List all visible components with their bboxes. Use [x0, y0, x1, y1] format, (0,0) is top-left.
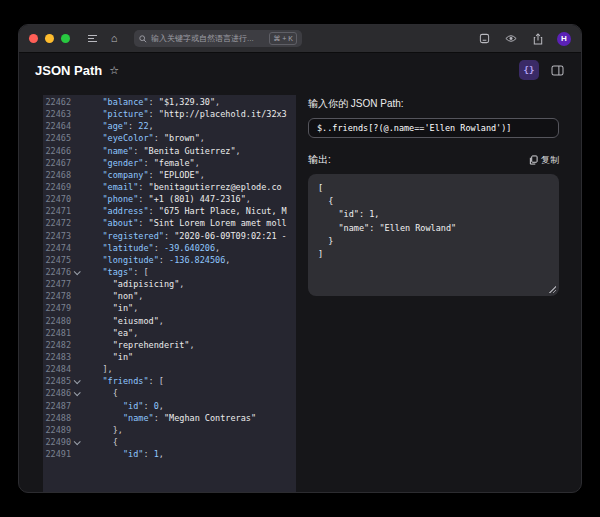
eye-icon[interactable]: [503, 31, 519, 47]
code-text: "tags": [: [82, 266, 296, 278]
code-text: "address": "675 Hart Place, Nicut, M: [82, 205, 296, 217]
editor-line[interactable]: 22480 "eiusmod",: [43, 315, 296, 327]
caret-spacer: [71, 230, 82, 242]
code-text: "eyeColor": "brown",: [82, 132, 296, 144]
code-text: "adipisicing",: [82, 278, 296, 290]
code-text: "balance": "$1,329.30",: [82, 96, 296, 108]
editor-line[interactable]: 22489 },: [43, 424, 296, 436]
copy-button[interactable]: 复制: [529, 154, 559, 167]
copy-button-label: 复制: [541, 154, 559, 167]
caret-spacer: [71, 363, 82, 375]
editor-line[interactable]: 22462 "balance": "$1,329.30",: [43, 96, 296, 108]
app-header: JSON Path ☆ {}: [19, 53, 581, 87]
zoom-button[interactable]: [61, 34, 70, 43]
line-number: 22469: [43, 181, 71, 193]
devtools-icon[interactable]: [476, 31, 492, 47]
window-controls: [29, 34, 70, 43]
line-number: 22474: [43, 242, 71, 254]
collapse-caret-icon[interactable]: [71, 266, 82, 278]
editor-line[interactable]: 22477 "adipisicing",: [43, 278, 296, 290]
collapse-caret-icon[interactable]: [71, 436, 82, 448]
minimize-button[interactable]: [45, 34, 54, 43]
editor-line[interactable]: 22479 "in",: [43, 302, 296, 314]
output-box[interactable]: [ { "id": 1, "name": "Ellen Rowland" } ]: [308, 174, 559, 296]
search-placeholder: 输入关键字或自然语言进行...: [151, 33, 265, 44]
browser-toolbar: ⌂ 输入关键字或自然语言进行... ⌘ + K H: [19, 25, 581, 53]
editor-line[interactable]: 22484 ],: [43, 363, 296, 375]
editor-line[interactable]: 22465 "eyeColor": "brown",: [43, 132, 296, 144]
line-number: 22483: [43, 351, 71, 363]
code-text: "gender": "female",: [82, 157, 296, 169]
line-number: 22487: [43, 400, 71, 412]
caret-spacer: [71, 169, 82, 181]
output-header: 输出: 复制: [308, 153, 559, 167]
editor-line[interactable]: 22463 "picture": "http://placehold.it/32…: [43, 108, 296, 120]
code-text: "name": "Meghan Contreras": [82, 412, 296, 424]
sidebar-toggle-icon[interactable]: [84, 31, 100, 47]
editor-line[interactable]: 22467 "gender": "female",: [43, 157, 296, 169]
editor-line[interactable]: 22478 "non",: [43, 290, 296, 302]
caret-spacer: [71, 302, 82, 314]
line-number: 22471: [43, 205, 71, 217]
avatar[interactable]: H: [557, 32, 571, 46]
collapse-caret-icon[interactable]: [71, 387, 82, 399]
line-number: 22478: [43, 290, 71, 302]
line-number: 22468: [43, 169, 71, 181]
jsonpath-input[interactable]: [308, 118, 559, 138]
editor-line[interactable]: 22471 "address": "675 Hart Place, Nicut,…: [43, 205, 296, 217]
editor-line[interactable]: 22483 "in": [43, 351, 296, 363]
caret-spacer: [71, 217, 82, 229]
line-number: 22466: [43, 145, 71, 157]
editor-line[interactable]: 22491 "id": 1,: [43, 448, 296, 460]
editor-line[interactable]: 22487 "id": 0,: [43, 400, 296, 412]
code-text: "longitude": -136.824506,: [82, 254, 296, 266]
line-number: 22476: [43, 266, 71, 278]
editor-line[interactable]: 22486 {: [43, 387, 296, 399]
caret-spacer: [71, 327, 82, 339]
json-editor[interactable]: 22462 "balance": "$1,329.30",22463 "pict…: [43, 95, 296, 492]
editor-line[interactable]: 22488 "name": "Meghan Contreras": [43, 412, 296, 424]
editor-line[interactable]: 22468 "company": "EPLODE",: [43, 169, 296, 181]
line-number: 22482: [43, 339, 71, 351]
main-content: 22462 "balance": "$1,329.30",22463 "pict…: [19, 87, 581, 492]
code-text: "id": 1,: [82, 448, 296, 460]
split-view-icon[interactable]: [549, 62, 565, 78]
line-number: 22475: [43, 254, 71, 266]
caret-spacer: [71, 242, 82, 254]
line-number: 22484: [43, 363, 71, 375]
output-label: 输出:: [308, 153, 331, 167]
editor-line[interactable]: 22475 "longitude": -136.824506,: [43, 254, 296, 266]
caret-spacer: [71, 339, 82, 351]
editor-line[interactable]: 22472 "about": "Sint Lorem Lorem amet mo…: [43, 217, 296, 229]
editor-line[interactable]: 22464 "age": 22,: [43, 120, 296, 132]
collapse-caret-icon[interactable]: [71, 375, 82, 387]
editor-line[interactable]: 22473 "registered": "2020-06-09T09:02:21…: [43, 230, 296, 242]
caret-spacer: [71, 120, 82, 132]
favorite-star-icon[interactable]: ☆: [109, 64, 119, 77]
editor-line[interactable]: 22476 "tags": [: [43, 266, 296, 278]
editor-line[interactable]: 22466 "name": "Benita Gutierrez",: [43, 145, 296, 157]
home-icon[interactable]: ⌂: [106, 31, 122, 47]
editor-line[interactable]: 22474 "latitude": -39.640206,: [43, 242, 296, 254]
editor-line[interactable]: 22485 "friends": [: [43, 375, 296, 387]
line-number: 22477: [43, 278, 71, 290]
caret-spacer: [71, 108, 82, 120]
jsonpath-panel: 输入你的 JSON Path: 输出: 复制 [ { "id": 1, "nam…: [308, 95, 559, 492]
search-icon: [139, 35, 147, 43]
code-text: "id": 0,: [82, 400, 296, 412]
share-icon[interactable]: [530, 31, 546, 47]
caret-spacer: [71, 145, 82, 157]
editor-line[interactable]: 22470 "phone": "+1 (801) 447-2316",: [43, 193, 296, 205]
caret-spacer: [71, 315, 82, 327]
code-text: "age": 22,: [82, 120, 296, 132]
search-bar[interactable]: 输入关键字或自然语言进行... ⌘ + K: [134, 30, 302, 47]
line-number: 22488: [43, 412, 71, 424]
caret-spacer: [71, 448, 82, 460]
editor-line[interactable]: 22490 {: [43, 436, 296, 448]
editor-line[interactable]: 22482 "reprehenderit",: [43, 339, 296, 351]
app-icon-button[interactable]: {}: [519, 60, 539, 80]
editor-line[interactable]: 22481 "ea",: [43, 327, 296, 339]
close-button[interactable]: [29, 34, 38, 43]
line-number: 22472: [43, 217, 71, 229]
editor-line[interactable]: 22469 "email": "benitagutierrez@eplode.c…: [43, 181, 296, 193]
